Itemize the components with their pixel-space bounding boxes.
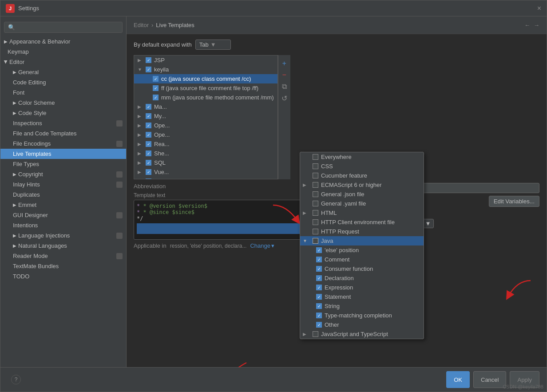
- type-matching-checkbox[interactable]: ✓: [316, 313, 322, 318]
- template-group-mybatis[interactable]: ▶ ✓ My...: [134, 111, 277, 121]
- template-group-open1[interactable]: ▶ ✓ Ope...: [134, 121, 277, 130]
- menu-item-comment[interactable]: ✓ Comment: [300, 255, 424, 264]
- general-json-checkbox[interactable]: [313, 191, 318, 197]
- change-link[interactable]: Change ▾: [250, 242, 274, 249]
- general-yaml-checkbox[interactable]: [313, 201, 318, 206]
- menu-item-declaration[interactable]: ✓ Declaration: [300, 273, 424, 283]
- else-position-checkbox[interactable]: ✓: [316, 247, 322, 253]
- menu-item-else-position[interactable]: ✓ 'else' position: [300, 245, 424, 255]
- menu-item-css[interactable]: CSS: [300, 162, 424, 171]
- everywhere-checkbox[interactable]: [313, 154, 318, 160]
- checkbox[interactable]: ✓: [146, 141, 151, 147]
- template-group-jsp[interactable]: ▶ ✓ JSP: [134, 55, 277, 65]
- sidebar-item-intentions[interactable]: Intentions: [0, 220, 126, 230]
- menu-item-ecmascript[interactable]: ▶ ECMAScript 6 or higher: [300, 180, 424, 190]
- consumer-fn-checkbox[interactable]: ✓: [316, 266, 322, 272]
- checkbox[interactable]: ✓: [146, 169, 151, 175]
- js-ts-checkbox[interactable]: [313, 331, 318, 337]
- ecmascript-checkbox[interactable]: [313, 182, 318, 188]
- menu-item-type-matching[interactable]: ✓ Type-matching completion: [300, 311, 424, 320]
- sidebar-item-file-types[interactable]: File Types: [0, 159, 126, 169]
- checkbox[interactable]: ✓: [146, 67, 151, 72]
- http-request-checkbox[interactable]: [313, 229, 318, 234]
- sidebar-item-emmet[interactable]: ▶ Emmet: [0, 200, 126, 210]
- template-group-vue[interactable]: ▶ ✓ Vue...: [134, 167, 277, 177]
- html-checkbox[interactable]: [313, 210, 318, 216]
- menu-item-everywhere[interactable]: Everywhere: [300, 152, 424, 162]
- reset-button[interactable]: ↺: [279, 93, 289, 103]
- menu-item-html[interactable]: ▶ HTML: [300, 208, 424, 218]
- sidebar-item-reader-mode[interactable]: Reader Mode: [0, 251, 126, 261]
- statement-checkbox[interactable]: ✓: [316, 294, 322, 300]
- add-button[interactable]: +: [279, 59, 289, 68]
- sidebar-item-editor[interactable]: ▶ Editor: [0, 57, 126, 67]
- nav-forward-icon[interactable]: →: [534, 22, 539, 28]
- sidebar-item-live-templates[interactable]: Live Templates: [0, 149, 126, 159]
- menu-item-js-ts[interactable]: ▶ JavaScript and TypeScript: [300, 329, 424, 339]
- sidebar-item-font[interactable]: Font: [0, 87, 126, 98]
- sidebar-item-appearance[interactable]: ▶ Appearance & Behavior: [0, 36, 126, 47]
- menu-item-general-yaml[interactable]: General .yaml file: [300, 199, 424, 208]
- menu-item-statement[interactable]: ✓ Statement: [300, 292, 424, 301]
- template-item-ff[interactable]: ✓ ff (java source file comment file top …: [134, 83, 277, 93]
- expand-with-dropdown[interactable]: Tab ▼: [195, 40, 231, 50]
- edit-variables-button[interactable]: Edit Variables...: [489, 196, 539, 207]
- comment-checkbox[interactable]: ✓: [316, 257, 322, 262]
- template-group-keyila[interactable]: ▼ ✓ keyila: [134, 65, 277, 74]
- sidebar-item-code-style[interactable]: ▶ Code Style: [0, 108, 126, 118]
- template-group-open2[interactable]: ▶ ✓ Ope...: [134, 130, 277, 139]
- checkbox[interactable]: ✓: [146, 123, 151, 128]
- checkbox[interactable]: ✓: [153, 95, 159, 100]
- string-checkbox[interactable]: ✓: [316, 303, 322, 309]
- menu-item-cucumber[interactable]: Cucumber feature: [300, 171, 424, 180]
- sidebar-item-inlay-hints[interactable]: Inlay Hints: [0, 179, 126, 190]
- sidebar-item-code-editing[interactable]: Code Editing: [0, 77, 126, 87]
- menu-item-http-request[interactable]: HTTP Request: [300, 227, 424, 236]
- cucumber-checkbox[interactable]: [313, 173, 318, 178]
- ok-button[interactable]: OK: [446, 371, 470, 388]
- menu-item-expression[interactable]: ✓ Expression: [300, 283, 424, 292]
- sidebar-item-inspections[interactable]: Inspections: [0, 118, 126, 128]
- menu-item-string[interactable]: ✓ String: [300, 301, 424, 311]
- checkbox[interactable]: ✓: [146, 57, 151, 63]
- declaration-checkbox[interactable]: ✓: [316, 275, 322, 281]
- copy-button[interactable]: ⧉: [279, 82, 289, 91]
- close-button[interactable]: ×: [537, 4, 541, 12]
- sidebar-item-keymap[interactable]: Keymap: [0, 47, 126, 57]
- sidebar-item-todo[interactable]: TODO: [0, 271, 126, 281]
- http-client-checkbox[interactable]: [313, 219, 318, 225]
- template-group-sql[interactable]: ▶ ✓ SQL: [134, 158, 277, 167]
- sidebar-item-textmate-bundles[interactable]: TextMate Bundles: [0, 261, 126, 271]
- checkbox[interactable]: ✓: [146, 150, 151, 156]
- sidebar-item-file-code-templates[interactable]: File and Code Templates: [0, 128, 126, 139]
- checkbox[interactable]: ✓: [146, 178, 151, 179]
- checkbox[interactable]: ✓: [146, 104, 151, 110]
- template-group-maven[interactable]: ▶ ✓ Ma...: [134, 102, 277, 111]
- menu-item-consumer-fn[interactable]: ✓ Consumer function: [300, 264, 424, 273]
- checkbox[interactable]: ✓: [146, 113, 151, 119]
- checkbox[interactable]: ✓: [146, 160, 151, 166]
- cancel-button[interactable]: Cancel: [473, 371, 506, 388]
- search-input[interactable]: [15, 24, 119, 31]
- menu-item-general-json[interactable]: General .json file: [300, 190, 424, 199]
- sidebar-item-file-encodings[interactable]: File Encodings: [0, 139, 126, 149]
- remove-button[interactable]: −: [279, 70, 289, 80]
- sidebar-item-color-scheme[interactable]: ▶ Color Scheme: [0, 98, 126, 108]
- other-checkbox[interactable]: ✓: [316, 322, 322, 328]
- menu-item-java[interactable]: ▼ Java: [300, 236, 424, 245]
- template-group-xsl[interactable]: ▶ ✓ xs...: [134, 177, 277, 179]
- checkbox[interactable]: ✓: [146, 132, 151, 138]
- nav-back-icon[interactable]: ←: [524, 22, 530, 28]
- checkbox[interactable]: ✓: [153, 76, 159, 82]
- sidebar-item-copyright[interactable]: ▶ Copyright: [0, 169, 126, 179]
- search-box[interactable]: 🔍: [4, 22, 123, 33]
- menu-item-http-client[interactable]: HTTP Client environment file: [300, 218, 424, 227]
- java-checkbox[interactable]: [313, 238, 318, 244]
- help-icon[interactable]: ?: [8, 371, 24, 388]
- expression-checkbox[interactable]: ✓: [316, 285, 322, 290]
- menu-item-other[interactable]: ✓ Other: [300, 320, 424, 329]
- sidebar-item-language-injections[interactable]: ▶ Language Injections: [0, 230, 126, 241]
- sidebar-item-gui-designer[interactable]: GUI Designer: [0, 210, 126, 220]
- template-item-cc[interactable]: ✓ cc (java source class comment /cc): [134, 74, 277, 83]
- template-item-mm[interactable]: ✓ mm (java source file method comment /m…: [134, 93, 277, 102]
